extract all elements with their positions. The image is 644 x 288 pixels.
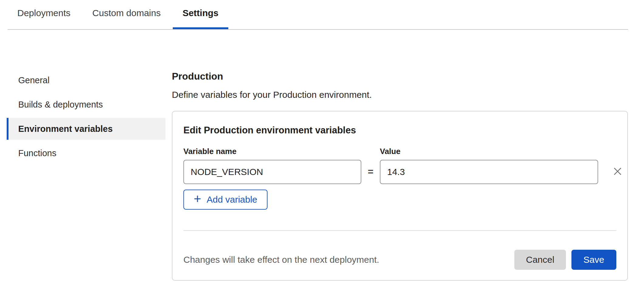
remove-variable-button[interactable]: [612, 166, 623, 177]
card-heading: Edit Production environment variables: [183, 125, 616, 136]
sidebar-item-label: General: [18, 75, 49, 85]
environment-variables-card: Edit Production environment variables Va…: [172, 111, 628, 281]
card-divider: [183, 230, 616, 231]
tab-bar: Deployments Custom domains Settings: [8, 0, 628, 30]
value-label: Value: [380, 147, 598, 156]
add-variable-button[interactable]: + Add variable: [183, 190, 267, 210]
add-variable-label: Add variable: [207, 194, 257, 205]
variable-name-input[interactable]: [183, 160, 361, 184]
equals-separator: =: [361, 166, 380, 177]
sidebar-item-label: Functions: [18, 148, 56, 158]
sidebar-item-label: Environment variables: [18, 124, 113, 134]
sidebar-item-functions[interactable]: Functions: [7, 142, 165, 164]
card-footer: Changes will take effect on the next dep…: [183, 250, 616, 270]
tab-label: Settings: [182, 8, 218, 18]
section-description: Define variables for your Production env…: [172, 90, 628, 100]
footer-actions: Cancel Save: [514, 250, 616, 270]
close-icon: [613, 166, 622, 177]
tab-deployments[interactable]: Deployments: [8, 0, 80, 29]
sidebar-item-environment-variables[interactable]: Environment variables: [7, 118, 165, 140]
section-title: Production: [172, 69, 628, 82]
pages-project-settings-page: Deployments Custom domains Settings Gene…: [0, 0, 644, 281]
cancel-button[interactable]: Cancel: [514, 250, 566, 270]
settings-content: General Builds & deployments Environment…: [0, 69, 644, 281]
sidebar-item-builds-deployments[interactable]: Builds & deployments: [7, 94, 165, 115]
variable-row: Variable name Value =: [183, 147, 616, 184]
save-button[interactable]: Save: [571, 250, 616, 270]
settings-sidebar: General Builds & deployments Environment…: [7, 69, 165, 281]
settings-main-panel: Production Define variables for your Pro…: [172, 69, 628, 281]
plus-icon: +: [194, 193, 201, 205]
sidebar-item-general[interactable]: General: [7, 69, 165, 91]
tab-label: Custom domains: [92, 8, 161, 18]
tab-settings[interactable]: Settings: [173, 0, 228, 29]
footer-note: Changes will take effect on the next dep…: [183, 255, 379, 265]
variable-name-label: Variable name: [183, 147, 361, 156]
sidebar-item-label: Builds & deployments: [18, 100, 103, 110]
tab-label: Deployments: [17, 8, 70, 18]
tab-custom-domains[interactable]: Custom domains: [83, 0, 170, 29]
variable-value-input[interactable]: [380, 160, 598, 184]
